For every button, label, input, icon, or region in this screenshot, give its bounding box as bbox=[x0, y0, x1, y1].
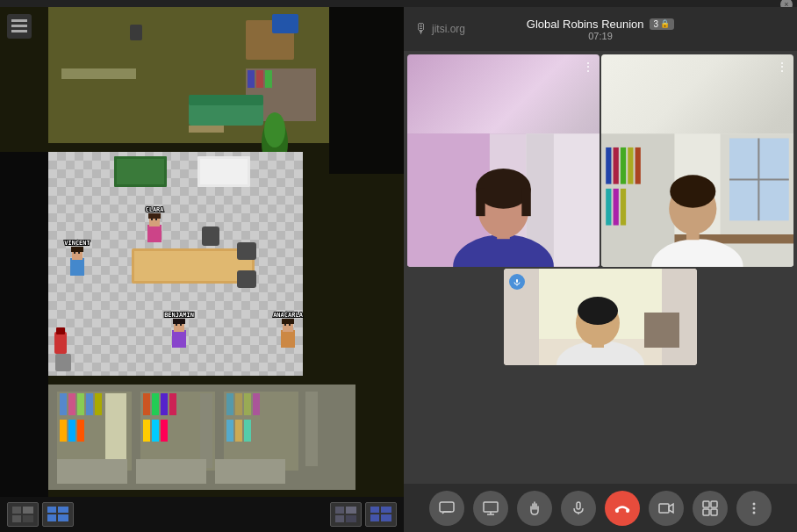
svg-rect-46 bbox=[105, 393, 126, 468]
svg-rect-35 bbox=[0, 152, 48, 497]
svg-rect-85 bbox=[282, 319, 294, 324]
svg-rect-102 bbox=[47, 514, 56, 521]
video-inner-3 bbox=[504, 269, 697, 365]
svg-rect-128 bbox=[621, 147, 626, 184]
more-options-button[interactable] bbox=[736, 491, 772, 526]
chat-button[interactable] bbox=[429, 491, 464, 526]
video-2-menu[interactable]: ⋮ bbox=[776, 60, 788, 74]
svg-rect-154 bbox=[440, 502, 454, 512]
svg-rect-40 bbox=[77, 393, 84, 415]
svg-rect-12 bbox=[189, 126, 224, 133]
svg-rect-24 bbox=[117, 159, 164, 184]
svg-rect-51 bbox=[169, 393, 176, 415]
svg-rect-103 bbox=[58, 514, 68, 521]
svg-rect-75 bbox=[71, 247, 83, 252]
svg-text:ANACARLA: ANACARLA bbox=[273, 312, 304, 319]
video-bg-3 bbox=[504, 269, 697, 365]
svg-rect-30 bbox=[237, 242, 256, 260]
participant-count-badge: 3 🔒 bbox=[650, 18, 675, 30]
svg-rect-56 bbox=[224, 392, 298, 471]
svg-rect-29 bbox=[202, 226, 219, 246]
svg-rect-45 bbox=[95, 393, 102, 415]
raise-hand-button[interactable] bbox=[517, 491, 552, 526]
svg-rect-72 bbox=[155, 219, 157, 220]
svg-rect-67 bbox=[215, 459, 285, 484]
svg-rect-76 bbox=[74, 252, 75, 254]
svg-rect-8 bbox=[256, 70, 263, 88]
svg-rect-122 bbox=[521, 189, 530, 216]
video-bg-2 bbox=[601, 54, 793, 267]
svg-rect-162 bbox=[659, 504, 669, 513]
svg-rect-87 bbox=[289, 324, 291, 326]
svg-rect-146 bbox=[644, 313, 679, 348]
svg-rect-70 bbox=[148, 213, 161, 219]
svg-rect-132 bbox=[614, 189, 619, 226]
mic-indicator bbox=[509, 274, 525, 290]
screen-share-button[interactable] bbox=[473, 491, 508, 526]
svg-rect-5 bbox=[61, 68, 136, 79]
svg-rect-61 bbox=[226, 420, 233, 442]
jitsi-header: 🎙 jitsi.org Global Robins Reunion 3 🔒 07… bbox=[404, 7, 797, 51]
svg-rect-78 bbox=[172, 330, 186, 348]
svg-rect-93 bbox=[11, 19, 27, 22]
svg-rect-99 bbox=[23, 515, 33, 522]
svg-rect-7 bbox=[248, 70, 255, 88]
svg-rect-43 bbox=[77, 420, 84, 442]
svg-rect-32 bbox=[54, 332, 67, 354]
svg-rect-11 bbox=[189, 95, 263, 105]
svg-rect-71 bbox=[151, 219, 153, 220]
toolbar-grid-btn[interactable] bbox=[42, 502, 74, 527]
svg-point-169 bbox=[753, 511, 756, 514]
video-tile-3-wrapper bbox=[407, 269, 793, 481]
toolbar-right-map-btn[interactable] bbox=[330, 502, 362, 527]
svg-rect-58 bbox=[235, 393, 242, 415]
svg-rect-49 bbox=[152, 393, 159, 415]
svg-rect-101 bbox=[58, 507, 68, 513]
mic-button[interactable] bbox=[561, 491, 596, 526]
svg-rect-100 bbox=[47, 507, 56, 513]
svg-rect-86 bbox=[284, 324, 286, 326]
svg-text:CLARA: CLARA bbox=[145, 206, 164, 213]
svg-rect-16 bbox=[329, 7, 404, 174]
svg-rect-60 bbox=[253, 393, 260, 415]
svg-rect-110 bbox=[370, 514, 379, 521]
svg-rect-44 bbox=[86, 393, 93, 415]
svg-rect-33 bbox=[56, 327, 65, 334]
app-container: × bbox=[0, 0, 797, 532]
svg-text:VINCENT: VINCENT bbox=[64, 240, 90, 247]
jitsi-panel: 🎙 jitsi.org Global Robins Reunion 3 🔒 07… bbox=[404, 7, 797, 532]
svg-rect-77 bbox=[78, 252, 80, 254]
video-1-menu[interactable]: ⋮ bbox=[582, 60, 594, 74]
svg-rect-130 bbox=[635, 147, 641, 184]
video-button[interactable] bbox=[649, 491, 684, 526]
video-grid: ⋮ bbox=[404, 51, 797, 484]
svg-text:BENJAMIN: BENJAMIN bbox=[164, 312, 194, 319]
svg-rect-104 bbox=[335, 507, 344, 514]
toolbar-right-grid-btn[interactable] bbox=[365, 502, 397, 527]
hangup-button[interactable] bbox=[605, 491, 640, 526]
svg-rect-63 bbox=[244, 420, 251, 442]
meeting-title: Global Robins Reunion bbox=[527, 18, 644, 31]
window-close-row: × bbox=[0, 0, 797, 7]
svg-rect-57 bbox=[226, 393, 233, 415]
grid-view-button[interactable] bbox=[693, 491, 728, 526]
jitsi-logo-icon: 🎙 bbox=[414, 21, 428, 37]
toolbar-map-btn[interactable] bbox=[7, 502, 39, 527]
svg-rect-41 bbox=[60, 420, 67, 442]
svg-rect-34 bbox=[55, 354, 71, 371]
jitsi-logo-text: jitsi.org bbox=[432, 23, 465, 35]
svg-rect-97 bbox=[23, 507, 33, 514]
svg-rect-83 bbox=[281, 330, 295, 348]
game-panel: {/* Checkered - drawn as small rects */} bbox=[0, 7, 404, 532]
svg-rect-38 bbox=[60, 393, 67, 415]
svg-rect-95 bbox=[11, 30, 27, 32]
svg-rect-81 bbox=[176, 324, 177, 326]
video-tile-2: ⋮ bbox=[601, 54, 793, 267]
svg-rect-108 bbox=[370, 507, 379, 513]
svg-rect-96 bbox=[12, 507, 21, 514]
svg-rect-111 bbox=[381, 514, 391, 521]
svg-rect-50 bbox=[161, 393, 168, 415]
meeting-timer: 07:19 bbox=[527, 31, 674, 41]
svg-rect-59 bbox=[244, 393, 251, 415]
svg-rect-129 bbox=[628, 147, 633, 184]
